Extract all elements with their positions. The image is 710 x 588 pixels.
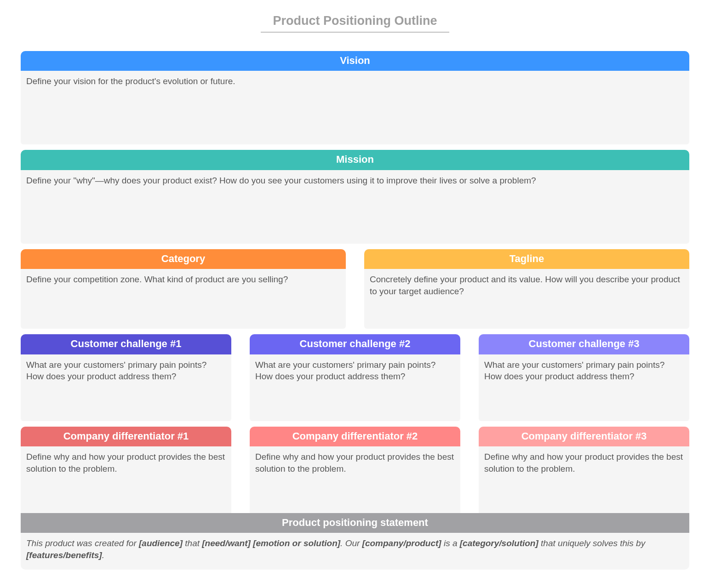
stmt-company: [company/product] xyxy=(362,538,441,548)
stmt-audience: [audience] xyxy=(139,538,183,548)
row-differentiators: Company differentiator #1 Define why and… xyxy=(21,427,689,513)
statement-card: Product positioning statement This produ… xyxy=(21,513,689,570)
row-vision: Vision Define your vision for the produc… xyxy=(21,51,689,144)
challenge-3-card: Customer challenge #3 What are your cust… xyxy=(479,334,689,421)
differentiator-1-header: Company differentiator #1 xyxy=(21,427,231,446)
stmt-features: [features/benefits] xyxy=(26,550,102,560)
tagline-header: Tagline xyxy=(364,249,689,269)
category-body[interactable]: Define your competition zone. What kind … xyxy=(21,269,346,329)
vision-card: Vision Define your vision for the produc… xyxy=(21,51,689,144)
challenge-2-card: Customer challenge #2 What are your cust… xyxy=(250,334,460,421)
challenge-3-body[interactable]: What are your customers' primary pain po… xyxy=(479,354,689,421)
challenge-1-header: Customer challenge #1 xyxy=(21,334,231,354)
row-challenges: Customer challenge #1 What are your cust… xyxy=(21,334,689,421)
category-card: Category Define your competition zone. W… xyxy=(21,249,346,329)
title-container: Product Positioning Outline xyxy=(21,14,689,33)
stmt-category: [category/solution] xyxy=(460,538,538,548)
challenge-2-body[interactable]: What are your customers' primary pain po… xyxy=(250,354,460,421)
differentiator-3-body[interactable]: Define why and how your product provides… xyxy=(479,446,689,513)
vision-body[interactable]: Define your vision for the product's evo… xyxy=(21,71,689,144)
tagline-card: Tagline Concretely define your product a… xyxy=(364,249,689,329)
challenge-2-header: Customer challenge #2 xyxy=(250,334,460,354)
tagline-body[interactable]: Concretely define your product and its v… xyxy=(364,269,689,329)
challenge-1-card: Customer challenge #1 What are your cust… xyxy=(21,334,231,421)
mission-card: Mission Define your "why"—why does your … xyxy=(21,150,689,243)
row-mission: Mission Define your "why"—why does your … xyxy=(21,150,689,243)
challenge-3-header: Customer challenge #3 xyxy=(479,334,689,354)
row-category-tagline: Category Define your competition zone. W… xyxy=(21,249,689,329)
mission-body[interactable]: Define your "why"—why does your product … xyxy=(21,170,689,244)
page-title: Product Positioning Outline xyxy=(261,14,449,33)
statement-body[interactable]: This product was created for [audience] … xyxy=(21,533,689,570)
differentiator-2-card: Company differentiator #2 Define why and… xyxy=(250,427,460,513)
stmt-text-4: is a xyxy=(441,538,460,548)
category-header: Category xyxy=(21,249,346,269)
stmt-text-2: that xyxy=(183,538,202,548)
differentiator-2-body[interactable]: Define why and how your product provides… xyxy=(250,446,460,513)
differentiator-1-body[interactable]: Define why and how your product provides… xyxy=(21,446,231,513)
statement-header: Product positioning statement xyxy=(21,513,689,533)
challenge-1-body[interactable]: What are your customers' primary pain po… xyxy=(21,354,231,421)
stmt-text-6: . xyxy=(102,550,104,560)
row-statement: Product positioning statement This produ… xyxy=(21,513,689,570)
differentiator-2-header: Company differentiator #2 xyxy=(250,427,460,446)
stmt-need: [need/want] [emotion or solution] xyxy=(202,538,340,548)
stmt-text-3: . Our xyxy=(340,538,362,548)
differentiator-1-card: Company differentiator #1 Define why and… xyxy=(21,427,231,513)
vision-header: Vision xyxy=(21,51,689,71)
stmt-text-1: This product was created for xyxy=(26,538,139,548)
stmt-text-5: that uniquely solves this by xyxy=(538,538,645,548)
differentiator-3-header: Company differentiator #3 xyxy=(479,427,689,446)
differentiator-3-card: Company differentiator #3 Define why and… xyxy=(479,427,689,513)
mission-header: Mission xyxy=(21,150,689,170)
